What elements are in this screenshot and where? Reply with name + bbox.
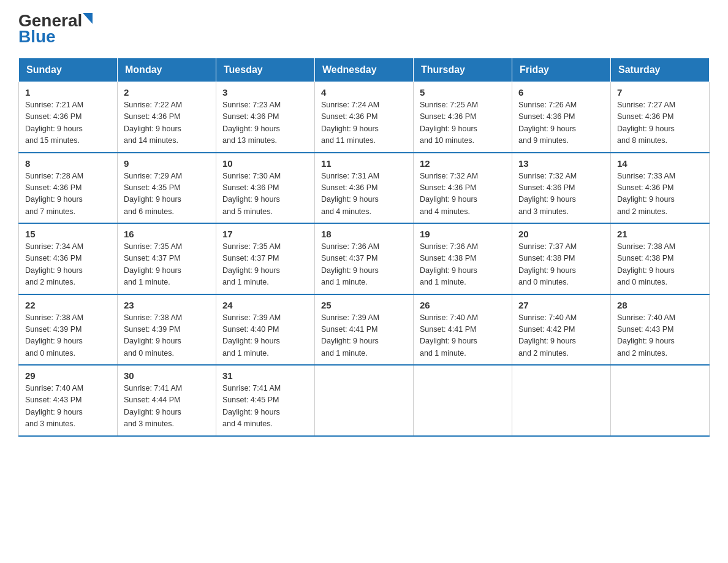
- day-number: 28: [617, 300, 703, 310]
- calendar-cell: 16Sunrise: 7:35 AMSunset: 4:37 PMDayligh…: [118, 223, 216, 294]
- day-number: 24: [222, 300, 308, 310]
- calendar-week-row: 15Sunrise: 7:34 AMSunset: 4:36 PMDayligh…: [19, 223, 710, 294]
- day-info: Sunrise: 7:38 AMSunset: 4:38 PMDaylight:…: [617, 241, 703, 289]
- calendar-cell: 4Sunrise: 7:24 AMSunset: 4:36 PMDaylight…: [315, 82, 414, 153]
- calendar-cell: 2Sunrise: 7:22 AMSunset: 4:36 PMDaylight…: [118, 82, 216, 153]
- day-number: 22: [25, 300, 111, 310]
- day-info: Sunrise: 7:40 AMSunset: 4:43 PMDaylight:…: [25, 383, 111, 431]
- calendar-cell: 23Sunrise: 7:38 AMSunset: 4:39 PMDayligh…: [118, 294, 216, 366]
- day-info: Sunrise: 7:25 AMSunset: 4:36 PMDaylight:…: [420, 99, 506, 147]
- day-number: 16: [124, 229, 210, 239]
- calendar-week-row: 8Sunrise: 7:28 AMSunset: 4:36 PMDaylight…: [19, 153, 710, 224]
- day-info: Sunrise: 7:39 AMSunset: 4:41 PMDaylight:…: [321, 312, 407, 360]
- calendar-cell: 3Sunrise: 7:23 AMSunset: 4:36 PMDaylight…: [216, 82, 315, 153]
- calendar-cell: 5Sunrise: 7:25 AMSunset: 4:36 PMDaylight…: [414, 82, 512, 153]
- calendar-cell: 11Sunrise: 7:31 AMSunset: 4:36 PMDayligh…: [315, 153, 414, 224]
- day-info: Sunrise: 7:32 AMSunset: 4:36 PMDaylight:…: [518, 170, 604, 218]
- calendar-week-row: 22Sunrise: 7:38 AMSunset: 4:39 PMDayligh…: [19, 294, 710, 366]
- day-number: 15: [25, 229, 111, 239]
- day-number: 9: [124, 158, 210, 169]
- day-info: Sunrise: 7:28 AMSunset: 4:36 PMDaylight:…: [25, 170, 111, 218]
- svg-marker-0: [83, 13, 93, 24]
- logo-blue-label: Blue: [18, 27, 93, 47]
- day-number: 13: [518, 158, 604, 169]
- calendar-cell: 31Sunrise: 7:41 AMSunset: 4:45 PMDayligh…: [216, 365, 315, 436]
- calendar-cell: 8Sunrise: 7:28 AMSunset: 4:36 PMDaylight…: [19, 153, 118, 224]
- day-number: 19: [420, 229, 506, 239]
- day-info: Sunrise: 7:22 AMSunset: 4:36 PMDaylight:…: [124, 99, 210, 147]
- calendar-cell: 26Sunrise: 7:40 AMSunset: 4:41 PMDayligh…: [414, 294, 512, 366]
- calendar-cell: 27Sunrise: 7:40 AMSunset: 4:42 PMDayligh…: [512, 294, 611, 366]
- calendar-cell: 15Sunrise: 7:34 AMSunset: 4:36 PMDayligh…: [19, 223, 118, 294]
- day-info: Sunrise: 7:41 AMSunset: 4:45 PMDaylight:…: [222, 383, 308, 431]
- day-number: 27: [518, 300, 604, 310]
- calendar-cell: 9Sunrise: 7:29 AMSunset: 4:35 PMDaylight…: [118, 153, 216, 224]
- day-info: Sunrise: 7:38 AMSunset: 4:39 PMDaylight:…: [124, 312, 210, 360]
- day-number: 7: [617, 87, 703, 98]
- day-info: Sunrise: 7:40 AMSunset: 4:41 PMDaylight:…: [420, 312, 506, 360]
- day-info: Sunrise: 7:41 AMSunset: 4:44 PMDaylight:…: [124, 383, 210, 431]
- day-number: 1: [25, 87, 111, 98]
- calendar-cell: [315, 365, 414, 436]
- day-info: Sunrise: 7:35 AMSunset: 4:37 PMDaylight:…: [222, 241, 308, 289]
- day-info: Sunrise: 7:21 AMSunset: 4:36 PMDaylight:…: [25, 99, 111, 147]
- day-number: 6: [518, 87, 604, 98]
- col-header-sunday: Sunday: [19, 58, 118, 82]
- calendar-cell: [414, 365, 512, 436]
- calendar-cell: 7Sunrise: 7:27 AMSunset: 4:36 PMDaylight…: [611, 82, 710, 153]
- calendar-cell: 20Sunrise: 7:37 AMSunset: 4:38 PMDayligh…: [512, 223, 611, 294]
- calendar-cell: 28Sunrise: 7:40 AMSunset: 4:43 PMDayligh…: [611, 294, 710, 366]
- day-number: 12: [420, 158, 506, 169]
- day-info: Sunrise: 7:36 AMSunset: 4:38 PMDaylight:…: [420, 241, 506, 289]
- logo-area: General Blue: [18, 12, 93, 47]
- day-info: Sunrise: 7:30 AMSunset: 4:36 PMDaylight:…: [222, 170, 308, 218]
- day-info: Sunrise: 7:32 AMSunset: 4:36 PMDaylight:…: [420, 170, 506, 218]
- col-header-saturday: Saturday: [611, 58, 710, 82]
- day-number: 29: [25, 370, 111, 381]
- col-header-monday: Monday: [118, 58, 216, 82]
- day-info: Sunrise: 7:34 AMSunset: 4:36 PMDaylight:…: [25, 241, 111, 289]
- day-info: Sunrise: 7:24 AMSunset: 4:36 PMDaylight:…: [321, 99, 407, 147]
- calendar-cell: 19Sunrise: 7:36 AMSunset: 4:38 PMDayligh…: [414, 223, 512, 294]
- calendar-week-row: 1Sunrise: 7:21 AMSunset: 4:36 PMDaylight…: [19, 82, 710, 153]
- calendar-cell: [611, 365, 710, 436]
- calendar-cell: 1Sunrise: 7:21 AMSunset: 4:36 PMDaylight…: [19, 82, 118, 153]
- day-number: 30: [124, 370, 210, 381]
- day-info: Sunrise: 7:37 AMSunset: 4:38 PMDaylight:…: [518, 241, 604, 289]
- day-info: Sunrise: 7:33 AMSunset: 4:36 PMDaylight:…: [617, 170, 703, 218]
- calendar-table: SundayMondayTuesdayWednesdayThursdayFrid…: [18, 58, 710, 437]
- calendar-cell: 30Sunrise: 7:41 AMSunset: 4:44 PMDayligh…: [118, 365, 216, 436]
- col-header-thursday: Thursday: [414, 58, 512, 82]
- page-header: General Blue: [18, 12, 710, 47]
- calendar-cell: 24Sunrise: 7:39 AMSunset: 4:40 PMDayligh…: [216, 294, 315, 366]
- day-number: 21: [617, 229, 703, 239]
- calendar-header-row: SundayMondayTuesdayWednesdayThursdayFrid…: [19, 58, 710, 82]
- calendar-cell: 12Sunrise: 7:32 AMSunset: 4:36 PMDayligh…: [414, 153, 512, 224]
- day-info: Sunrise: 7:31 AMSunset: 4:36 PMDaylight:…: [321, 170, 407, 218]
- calendar-cell: 14Sunrise: 7:33 AMSunset: 4:36 PMDayligh…: [611, 153, 710, 224]
- day-number: 11: [321, 158, 407, 169]
- day-number: 2: [124, 87, 210, 98]
- day-number: 8: [25, 158, 111, 169]
- col-header-tuesday: Tuesday: [216, 58, 315, 82]
- calendar-cell: 6Sunrise: 7:26 AMSunset: 4:36 PMDaylight…: [512, 82, 611, 153]
- calendar-cell: 13Sunrise: 7:32 AMSunset: 4:36 PMDayligh…: [512, 153, 611, 224]
- calendar-cell: 10Sunrise: 7:30 AMSunset: 4:36 PMDayligh…: [216, 153, 315, 224]
- day-number: 25: [321, 300, 407, 310]
- day-info: Sunrise: 7:36 AMSunset: 4:37 PMDaylight:…: [321, 241, 407, 289]
- day-number: 4: [321, 87, 407, 98]
- calendar-cell: 29Sunrise: 7:40 AMSunset: 4:43 PMDayligh…: [19, 365, 118, 436]
- day-number: 26: [420, 300, 506, 310]
- day-info: Sunrise: 7:40 AMSunset: 4:42 PMDaylight:…: [518, 312, 604, 360]
- day-number: 5: [420, 87, 506, 98]
- day-number: 14: [617, 158, 703, 169]
- day-number: 31: [222, 370, 308, 381]
- col-header-friday: Friday: [512, 58, 611, 82]
- day-number: 17: [222, 229, 308, 239]
- day-info: Sunrise: 7:39 AMSunset: 4:40 PMDaylight:…: [222, 312, 308, 360]
- day-info: Sunrise: 7:40 AMSunset: 4:43 PMDaylight:…: [617, 312, 703, 360]
- calendar-cell: 25Sunrise: 7:39 AMSunset: 4:41 PMDayligh…: [315, 294, 414, 366]
- calendar-week-row: 29Sunrise: 7:40 AMSunset: 4:43 PMDayligh…: [19, 365, 710, 436]
- calendar-cell: 17Sunrise: 7:35 AMSunset: 4:37 PMDayligh…: [216, 223, 315, 294]
- calendar-cell: [512, 365, 611, 436]
